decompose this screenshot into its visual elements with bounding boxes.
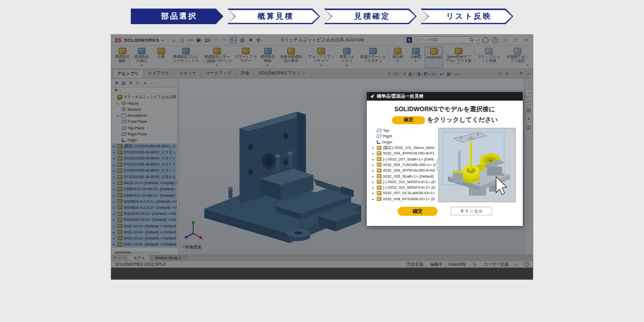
instruction-line1: SOLIDWORKSでモデルを選択後に [367,105,523,114]
part-icon [377,180,381,184]
cancel-button[interactable]: キャンセル [451,207,492,215]
tree-row[interactable]: ▸ (-) 0032_310_MSSF4-6<1> (D [371,179,436,185]
part-icon [377,197,381,201]
dialog-logo-icon [370,94,374,99]
breadcrumb-step-label: 概算見積 [227,9,320,24]
tree-item-label: 0032_205_Shaft<1> (Default) [383,174,434,179]
tree-item-label: 0032_007_SCSLAW35-43<1> [383,191,435,195]
part-icon [377,146,381,150]
tree-row[interactable]: ▸ (固定) 0032_101_Servo_Moto [371,145,436,150]
part-icon [377,186,381,190]
tree-row[interactable]: ▸ (-) 0032_207_Shaft<1> (Defa [371,156,436,162]
tree-row[interactable]: ▸ 0032_006_ATPA19L050-A-N3 [371,168,436,173]
origin-icon [377,140,380,144]
tree-row[interactable]: ▸ 0032_007_SCSLAW35-43<1> [371,190,436,196]
breadcrumb-step-label: リスト反映 [421,9,513,24]
part-icon [377,174,381,178]
breadcrumb-step[interactable]: リスト反映 [421,9,513,24]
tree-item-label: 0032_005_TUN165L050<1> (D [383,163,436,167]
expand-icon[interactable]: ▸ [372,191,375,195]
expand-icon[interactable]: ▸ [372,151,375,155]
tree-row[interactable]: ▸ 0032_205_Shaft<1> (Default) [371,173,436,179]
breadcrumb-step-label: 部品選択 [131,9,223,24]
expand-icon[interactable]: ▸ [372,157,375,161]
part-icon [377,157,381,161]
breadcrumb-step-label: 見積確定 [324,9,417,24]
tree-item-label: 0032_008_KFSSM8-20<1> (D [383,197,435,201]
dialog-title: 標準品/図面品一括見積 [377,94,424,100]
part-icon [377,151,381,155]
expand-icon[interactable]: ▸ [372,175,375,178]
expand-icon[interactable]: ▸ [372,146,375,149]
tree-item-label: 0032_004_ATPA19L050-B-P1 [383,151,435,155]
part-icon [377,191,381,195]
part-icon [377,169,381,173]
tree-item-label: (固定) 0032_101_Servo_Moto [383,145,435,150]
dialog-panes: ▸ Top ▸ Right ▸ Origin ▸ (固定) 0032_101_S… [367,128,523,202]
expand-icon[interactable]: ▸ [372,197,375,201]
solidworks-window: ЗS SOLIDWORKS ▸ ⌂▯▱▣▤↶↷↖▥❖⚙ ①ラッチユニットビス止め… [111,34,533,280]
tree-item-label: 0032_006_ATPA19L050-A-N3 [383,168,435,173]
tree-row[interactable]: ▸ 0032_005_TUN165L050<1> (D [371,162,436,168]
tree-item-label: Right [383,134,392,138]
batch-estimate-dialog: 標準品/図面品一括見積 SOLIDWORKSでモデルを選択後に 確定 をクリック… [367,92,523,226]
tree-item-label: Top [383,128,389,133]
tree-row[interactable]: ▸ (-) 0032_310_MSSF4-6<2> (D [371,185,436,190]
tree-row[interactable]: ▸ Top [371,128,436,133]
dialog-titlebar[interactable]: 標準品/図面品一括見積 [367,92,523,101]
plane-icon [376,129,382,132]
tree-row[interactable]: ▸ Origin [371,139,436,145]
expand-icon[interactable]: ▸ [372,180,375,184]
tree-row[interactable]: ▸ 0032_008_KFSSM8-20<1> (D [371,196,436,202]
workflow-breadcrumb: 部品選択 概算見積 見積確定 リスト反映 [131,9,513,24]
tree-item-label: (-) 0032_310_MSSF4-6<1> (D [383,180,435,184]
dialog-feature-tree: ▸ Top ▸ Right ▸ Origin ▸ (固定) 0032_101_S… [371,128,436,202]
tree-row[interactable]: ▸ 0032_004_ATPA19L050-B-P1 [371,150,436,156]
model-preview [438,128,516,202]
expand-icon[interactable]: ▸ [372,163,375,167]
breadcrumb-step[interactable]: 部品選択 [131,9,223,24]
tree-item-label: Origin [382,140,392,144]
dialog-buttons: 確定 キャンセル [367,207,523,216]
instruction-line2-text: をクリックしてください [427,116,498,124]
splitter-handle[interactable] [437,159,439,171]
breadcrumb-step[interactable]: 概算見積 [227,9,320,24]
tree-row[interactable]: ▸ Right [371,133,436,139]
expand-icon[interactable]: ▸ [372,186,375,189]
confirm-button[interactable]: 確定 [397,207,438,216]
tree-item-label: (-) 0032_310_MSSF4-6<2> (D [383,185,435,190]
preview-model [439,128,515,202]
plane-icon [376,134,382,138]
part-icon [377,163,381,167]
breadcrumb-step[interactable]: 見積確定 [324,9,417,24]
tree-item-label: (-) 0032_207_Shaft<1> (Defa [383,157,433,162]
expand-icon[interactable]: ▸ [372,169,375,172]
confirm-pill-inline: 確定 [392,116,425,124]
instruction-line2: 確定 をクリックしてください [367,116,523,124]
